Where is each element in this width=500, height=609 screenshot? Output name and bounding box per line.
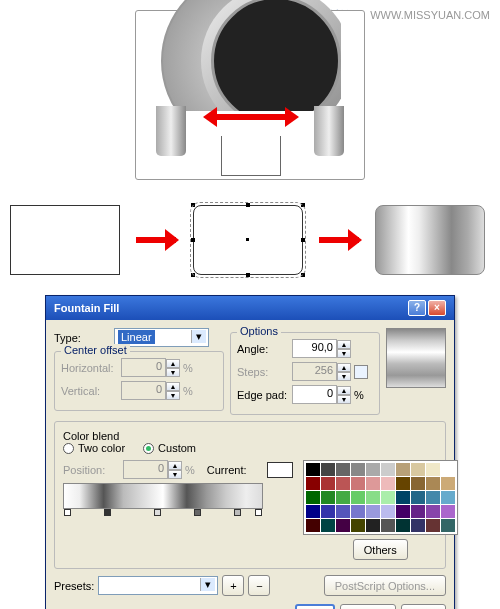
swatch[interactable] <box>396 505 410 518</box>
swatch[interactable] <box>321 463 335 476</box>
swatch[interactable] <box>366 491 380 504</box>
steps-label: Steps: <box>237 366 292 378</box>
swatch[interactable] <box>381 505 395 518</box>
postscript-button: PostScript Options... <box>324 575 446 596</box>
swatch[interactable] <box>306 491 320 504</box>
fountain-fill-dialog: Fountain Fill ? × Type: Linear Center of… <box>45 295 455 609</box>
watermark-en: WWW.MISSYUAN.COM <box>370 9 490 21</box>
swatch[interactable] <box>366 463 380 476</box>
swatch[interactable] <box>366 505 380 518</box>
swatch[interactable] <box>396 519 410 532</box>
swatch[interactable] <box>336 477 350 490</box>
swatch[interactable] <box>441 505 455 518</box>
horizontal-input: 0 <box>121 358 166 377</box>
swatch[interactable] <box>411 491 425 504</box>
edge-label: Edge pad: <box>237 389 292 401</box>
swatch[interactable] <box>321 505 335 518</box>
center-offset-group: Center offset Horizontal: 0 ▲▼ % Vertica… <box>54 351 224 411</box>
swatch[interactable] <box>411 463 425 476</box>
help-button[interactable]: ? <box>408 300 426 316</box>
custom-radio[interactable]: Custom <box>143 442 196 454</box>
swatch[interactable] <box>381 463 395 476</box>
swatch[interactable] <box>441 477 455 490</box>
arrow-right-icon <box>319 237 359 243</box>
swatch[interactable] <box>426 477 440 490</box>
swatch[interactable] <box>441 491 455 504</box>
transform-steps <box>10 200 485 280</box>
steps-input: 256 <box>292 362 337 381</box>
swatch[interactable] <box>441 519 455 532</box>
swatch[interactable] <box>411 477 425 490</box>
swatch[interactable] <box>366 519 380 532</box>
swatch[interactable] <box>381 519 395 532</box>
arrow-right-icon <box>136 237 176 243</box>
swatch[interactable] <box>426 519 440 532</box>
swatch[interactable] <box>396 463 410 476</box>
swatch[interactable] <box>426 463 440 476</box>
ok-button[interactable]: OK <box>295 604 335 609</box>
vertical-input: 0 <box>121 381 166 400</box>
swatch[interactable] <box>441 463 455 476</box>
type-label: Type: <box>54 332 114 344</box>
vertical-label: Vertical: <box>61 385 121 397</box>
swatch[interactable] <box>351 477 365 490</box>
presets-select[interactable] <box>98 576 218 595</box>
swatch[interactable] <box>396 477 410 490</box>
position-label: Position: <box>63 464 123 476</box>
swatch[interactable] <box>321 491 335 504</box>
swatch[interactable] <box>351 463 365 476</box>
double-arrow-icon <box>211 114 291 120</box>
rectangle-selected <box>193 205 303 275</box>
angle-label: Angle: <box>237 343 292 355</box>
preset-remove-button[interactable]: − <box>248 575 270 596</box>
two-color-radio[interactable]: Two color <box>63 442 125 454</box>
color-blend-legend: Color blend <box>63 430 119 442</box>
swatch[interactable] <box>321 519 335 532</box>
current-label: Current: <box>207 464 267 476</box>
close-button[interactable]: × <box>428 300 446 316</box>
swatch[interactable] <box>306 477 320 490</box>
position-input: 0 <box>123 460 168 479</box>
dialog-title: Fountain Fill <box>54 302 119 314</box>
swatch[interactable] <box>336 505 350 518</box>
swatch[interactable] <box>426 505 440 518</box>
swatch[interactable] <box>351 491 365 504</box>
color-swatches[interactable] <box>303 460 458 535</box>
swatch[interactable] <box>321 477 335 490</box>
swatch[interactable] <box>381 477 395 490</box>
edge-input[interactable]: 0 <box>292 385 337 404</box>
swatch[interactable] <box>411 519 425 532</box>
swatch[interactable] <box>306 519 320 532</box>
color-blend-group: Color blend Two color Custom Position: 0… <box>54 421 446 569</box>
swatch[interactable] <box>336 491 350 504</box>
presets-label: Presets: <box>54 580 94 592</box>
cancel-button[interactable]: Cancel <box>340 604 396 609</box>
center-offset-legend: Center offset <box>61 344 130 356</box>
titlebar[interactable]: Fountain Fill ? × <box>46 296 454 320</box>
horizontal-label: Horizontal: <box>61 362 121 374</box>
options-legend: Options <box>237 325 281 337</box>
swatch[interactable] <box>351 505 365 518</box>
swatch[interactable] <box>366 477 380 490</box>
options-group: Options Angle: 90,0 ▲▼ Steps: 256 ▲▼ Edg… <box>230 332 380 415</box>
rectangle-plain <box>10 205 120 275</box>
gradient-editor[interactable] <box>63 483 263 509</box>
swatch[interactable] <box>396 491 410 504</box>
lock-icon[interactable] <box>354 365 368 379</box>
swatch[interactable] <box>336 519 350 532</box>
swatch[interactable] <box>306 505 320 518</box>
rectangle-gradient <box>375 205 485 275</box>
preset-add-button[interactable]: + <box>222 575 244 596</box>
gradient-preview <box>386 328 446 388</box>
swatch[interactable] <box>306 463 320 476</box>
swatch[interactable] <box>381 491 395 504</box>
swatch[interactable] <box>336 463 350 476</box>
watch-illustration <box>135 10 365 180</box>
swatch[interactable] <box>351 519 365 532</box>
current-color <box>267 462 293 478</box>
others-button[interactable]: Others <box>353 539 408 560</box>
angle-input[interactable]: 90,0 <box>292 339 337 358</box>
swatch[interactable] <box>426 491 440 504</box>
swatch[interactable] <box>411 505 425 518</box>
help-button[interactable]: Help <box>401 604 446 609</box>
